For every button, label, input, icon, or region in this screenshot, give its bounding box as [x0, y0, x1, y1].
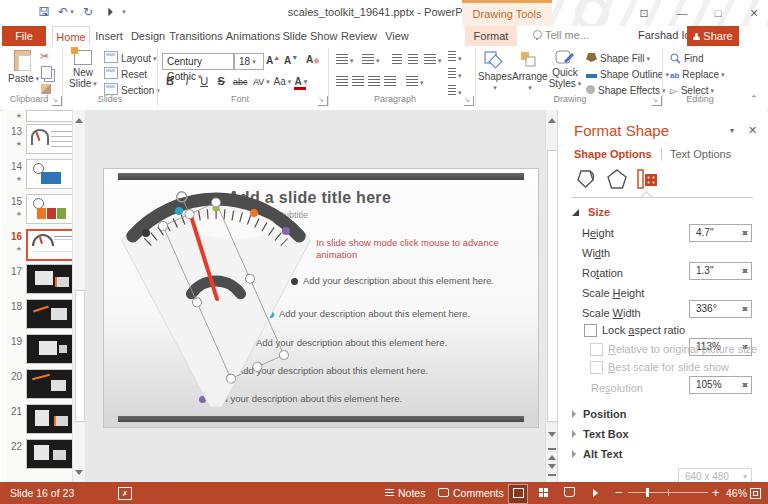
zoom-level[interactable]: 46% — [726, 482, 747, 504]
scroll-up-icon[interactable] — [548, 114, 556, 123]
font-color-button[interactable]: A — [294, 77, 306, 90]
align-center-button[interactable] — [352, 76, 364, 88]
lock-aspect-ratio-checkbox[interactable] — [584, 324, 597, 337]
tellme-box[interactable]: Tell me... — [533, 29, 589, 41]
scroll-down-icon[interactable] — [548, 432, 556, 441]
thumbnail-scrollbar-thumb[interactable] — [75, 290, 85, 422]
font-dialog-launcher[interactable] — [318, 96, 328, 106]
align-text-button[interactable] — [448, 68, 462, 81]
align-right-button[interactable] — [368, 76, 380, 88]
reading-view-button[interactable] — [560, 484, 578, 502]
slideshow-view-button[interactable] — [586, 484, 604, 502]
font-name-combo[interactable]: Century Gothic — [162, 53, 234, 70]
layout-button[interactable]: Layout — [104, 51, 157, 66]
tab-animations[interactable]: Animations — [224, 26, 282, 46]
zoom-slider-thumb[interactable] — [646, 488, 649, 497]
normal-view-button[interactable] — [508, 484, 528, 504]
shrink-font-icon[interactable]: A▼ — [284, 54, 298, 66]
paragraph-dialog-launcher[interactable] — [464, 96, 474, 106]
increase-indent-button[interactable] — [408, 54, 418, 66]
animation-star-icon[interactable]: ★ — [2, 210, 22, 218]
copy-icon[interactable] — [41, 66, 52, 79]
bold-button[interactable]: B — [163, 75, 177, 87]
share-button[interactable]: Share — [687, 26, 739, 46]
arrange-button[interactable]: Arrange — [512, 51, 546, 93]
bullets-button[interactable] — [336, 54, 354, 66]
spellcheck-icon[interactable]: ✗ — [118, 487, 132, 500]
shape-outline-button[interactable]: Shape Outline — [586, 67, 669, 82]
next-slide-button[interactable] — [548, 464, 556, 476]
fit-slide-to-window-icon[interactable] — [750, 488, 761, 499]
format-painter-icon[interactable] — [41, 84, 51, 94]
cut-icon[interactable]: ✂ — [40, 50, 49, 63]
size-properties-icon[interactable] — [636, 168, 658, 190]
section-position[interactable]: Position — [572, 408, 626, 420]
rotation-input[interactable]: 336° — [689, 300, 752, 318]
shapes-button[interactable]: Shapes — [478, 51, 510, 93]
new-slide-button[interactable]: New Slide — [64, 50, 102, 89]
panel-close-icon[interactable]: ✕ — [748, 124, 757, 137]
lock-aspect-ratio-label[interactable]: Lock aspect ratio — [602, 324, 685, 336]
columns-button[interactable] — [406, 76, 424, 88]
height-input[interactable]: 4.7" — [689, 224, 752, 242]
panel-tab-text-options[interactable]: Text Options — [670, 148, 731, 160]
size-section-header[interactable]: Size — [572, 206, 610, 218]
maximize-icon[interactable]: □ — [711, 7, 725, 20]
tab-design[interactable]: Design — [128, 26, 168, 46]
paste-button[interactable]: Paste — [8, 50, 36, 84]
animation-star-icon[interactable]: ★ — [2, 112, 22, 120]
convert-smartart-button[interactable] — [448, 85, 462, 98]
strikethrough-button[interactable]: abc — [231, 77, 249, 87]
underline-button[interactable]: U — [197, 75, 211, 87]
slide-canvas[interactable]: Add a slide title here Optional Subtitle… — [103, 168, 539, 428]
effects-icon[interactable] — [606, 168, 628, 190]
close-icon[interactable]: ✕ — [747, 7, 761, 20]
tab-format[interactable]: Format — [465, 26, 517, 46]
numbering-button[interactable] — [362, 54, 380, 66]
gauge-graphic[interactable] — [104, 169, 538, 427]
slide-indicator[interactable]: Slide 16 of 23 — [10, 482, 74, 504]
justify-button[interactable] — [384, 76, 396, 88]
zoom-slider-track[interactable] — [628, 492, 708, 493]
zoom-in-button[interactable]: + — [712, 482, 720, 504]
height-spinner[interactable] — [740, 227, 749, 239]
thumbnail-scroll-down-icon[interactable] — [75, 470, 83, 479]
thumbnail-scroll-up-icon[interactable] — [75, 114, 83, 123]
reset-button[interactable]: Reset — [104, 67, 147, 82]
panel-tab-shape-options[interactable]: Shape Options — [574, 148, 652, 160]
section-text-box[interactable]: Text Box — [572, 428, 629, 440]
animation-star-icon[interactable]: ★ — [2, 140, 22, 148]
animation-star-icon[interactable]: ★ — [2, 245, 22, 253]
tab-insert[interactable]: Insert — [92, 26, 126, 46]
find-button[interactable]: Find — [670, 51, 703, 66]
zoom-out-button[interactable]: − — [615, 482, 623, 504]
line-spacing-button[interactable] — [424, 54, 442, 66]
collapse-ribbon-icon[interactable]: ⌃ — [750, 94, 758, 104]
shape-fill-button[interactable]: Shape Fill — [586, 51, 650, 66]
minimize-icon[interactable]: — — [675, 7, 689, 20]
quick-styles-button[interactable]: Quick Styles — [548, 49, 582, 89]
tab-slide-show[interactable]: Slide Show — [282, 26, 338, 46]
grow-font-icon[interactable]: A▲ — [266, 54, 280, 66]
replace-button[interactable]: abReplace — [670, 67, 725, 82]
tab-review[interactable]: Review — [338, 26, 380, 46]
tab-file[interactable]: File — [2, 26, 46, 46]
rotation-spinner[interactable] — [740, 303, 749, 315]
decrease-indent-button[interactable] — [392, 54, 402, 66]
tab-home[interactable]: Home — [52, 26, 90, 47]
character-spacing-button[interactable]: AV — [252, 77, 270, 87]
clear-formatting-icon[interactable]: A◆ — [306, 54, 319, 65]
notes-button[interactable]: Notes — [385, 482, 425, 504]
panel-menu-icon[interactable]: ▾ — [730, 126, 734, 135]
animation-star-icon[interactable]: ★ — [2, 175, 22, 183]
ribbon-display-options-icon[interactable]: ⊡ — [637, 7, 651, 20]
text-direction-button[interactable] — [448, 51, 462, 64]
align-left-button[interactable] — [336, 76, 348, 88]
comments-button[interactable]: Comments — [438, 482, 504, 504]
clipboard-dialog-launcher[interactable] — [52, 96, 62, 106]
width-spinner[interactable] — [740, 265, 749, 277]
slide-sorter-view-button[interactable] — [534, 484, 552, 502]
scale-width-spinner[interactable] — [740, 379, 749, 391]
thumbnail-scrollbar[interactable] — [72, 110, 86, 482]
previous-slide-button[interactable] — [548, 448, 556, 460]
